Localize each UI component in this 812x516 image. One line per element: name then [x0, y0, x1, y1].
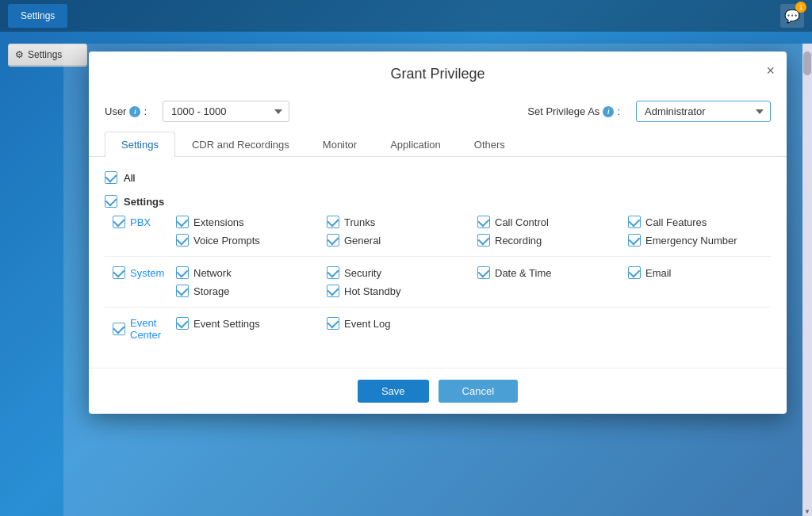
security-checkbox[interactable] [327, 266, 339, 279]
network-label: Network [193, 267, 232, 279]
tab-settings[interactable]: Settings [105, 132, 175, 157]
email-item: Email [628, 266, 771, 279]
hot-standby-item: Hot Standby [327, 285, 477, 297]
all-label: All [124, 172, 135, 184]
recording-item: Recording [477, 234, 628, 247]
notification-badge: 1 [795, 2, 806, 13]
scroll-down-arrow[interactable]: ▼ [803, 506, 811, 516]
voice-prompts-item: Voice Prompts [176, 234, 327, 247]
trunks-checkbox[interactable] [327, 216, 339, 228]
event-center-checkbox[interactable] [113, 323, 125, 335]
tab-application-label: Application [390, 139, 441, 151]
call-features-checkbox[interactable] [628, 216, 641, 228]
tab-others[interactable]: Others [458, 132, 522, 157]
pbx-checkbox[interactable] [113, 216, 125, 228]
event-log-checkbox[interactable] [327, 317, 339, 330]
network-checkbox[interactable] [176, 266, 189, 279]
modal-title: Grant Privilege [390, 66, 485, 82]
storage-checkbox[interactable] [176, 285, 189, 297]
tab-others-label: Others [474, 139, 505, 151]
taskbar-settings-item[interactable]: Settings [8, 4, 67, 28]
recording-label: Recording [495, 235, 542, 247]
settings-section-header: Settings [105, 195, 771, 208]
extensions-checkbox[interactable] [176, 216, 189, 228]
user-label: User i : [105, 105, 147, 117]
tab-monitor[interactable]: Monitor [306, 132, 373, 157]
event-log-label: Event Log [344, 318, 391, 330]
settings-section-title: Settings [124, 196, 164, 208]
hot-standby-label: Hot Standby [344, 285, 401, 297]
divider-2 [105, 307, 771, 308]
network-item: Network [176, 266, 327, 279]
taskbar: Settings 💬 1 [0, 0, 812, 32]
tab-settings-label: Settings [121, 139, 159, 151]
emergency-number-checkbox[interactable] [628, 234, 641, 247]
all-checkbox[interactable] [105, 171, 117, 184]
privilege-info-icon: i [603, 106, 614, 117]
settings-checkbox[interactable] [105, 195, 117, 208]
trunks-label: Trunks [344, 216, 375, 228]
tab-cdr[interactable]: CDR and Recordings [175, 132, 306, 157]
pbx-label[interactable]: PBX [130, 216, 151, 228]
save-button[interactable]: Save [358, 380, 429, 403]
event-center-label[interactable]: Event Center [130, 317, 176, 341]
voice-prompts-label: Voice Prompts [193, 235, 260, 247]
call-features-label: Call Features [645, 216, 707, 228]
tabs-bar: Settings CDR and Recordings Monitor Appl… [89, 132, 787, 157]
scrollbar-thumb[interactable] [803, 52, 811, 75]
emergency-number-item: Emergency Number [628, 234, 771, 247]
storage-label: Storage [193, 285, 230, 297]
event-settings-label: Event Settings [193, 318, 260, 330]
security-label: Security [344, 267, 381, 279]
user-info-icon: i [129, 106, 140, 117]
modal-backdrop: Grant Privilege × User i : 1000 - 1000 S… [63, 44, 812, 516]
modal-header: Grant Privilege × [89, 52, 787, 94]
all-row: All [105, 171, 771, 184]
privilege-label: Set Privilege As i : [527, 105, 620, 117]
user-row: User i : 1000 - 1000 Set Privilege As i … [89, 94, 787, 132]
general-checkbox[interactable] [327, 234, 339, 247]
tab-application[interactable]: Application [373, 132, 458, 157]
recording-checkbox[interactable] [477, 234, 490, 247]
date-time-item: Date & Time [477, 266, 628, 279]
cancel-button[interactable]: Cancel [439, 380, 518, 403]
settings-section: Settings PBX Extensions [105, 195, 771, 341]
system-label[interactable]: System [130, 267, 164, 279]
privilege-label-text: Set Privilege As [527, 105, 599, 117]
taskbar-settings-label: Settings [21, 10, 55, 21]
call-control-item: Call Control [477, 216, 628, 228]
email-label: Email [645, 267, 672, 279]
privilege-select[interactable]: Administrator [636, 101, 771, 122]
email-checkbox[interactable] [628, 266, 641, 279]
call-features-item: Call Features [628, 216, 771, 228]
date-time-label: Date & Time [495, 267, 552, 279]
user-select[interactable]: 1000 - 1000 [163, 101, 289, 122]
event-settings-item: Event Settings [176, 317, 327, 330]
security-item: Security [327, 266, 477, 279]
extensions-item: Extensions [176, 216, 327, 228]
modal-footer: Save Cancel [89, 368, 787, 414]
call-control-checkbox[interactable] [477, 216, 490, 228]
voice-prompts-checkbox[interactable] [176, 234, 189, 247]
settings-frame-title: Settings [28, 49, 62, 60]
grant-privilege-modal: Grant Privilege × User i : 1000 - 1000 S… [89, 52, 787, 414]
event-log-item: Event Log [327, 317, 477, 330]
chat-icon-wrapper[interactable]: 💬 1 [780, 4, 804, 28]
tab-monitor-label: Monitor [323, 139, 357, 151]
hot-standby-checkbox[interactable] [327, 285, 339, 297]
date-time-checkbox[interactable] [477, 266, 490, 279]
tab-cdr-label: CDR and Recordings [192, 139, 289, 151]
user-label-text: User [105, 105, 126, 117]
event-settings-checkbox[interactable] [176, 317, 189, 330]
emergency-number-label: Emergency Number [645, 235, 737, 247]
extensions-label: Extensions [193, 216, 244, 228]
storage-item: Storage [176, 285, 327, 297]
gear-icon: ⚙ [15, 49, 24, 60]
modal-body: All Settings PBX Ext [89, 157, 787, 368]
general-label: General [344, 235, 381, 247]
divider-1 [105, 256, 771, 257]
modal-close-button[interactable]: × [766, 63, 775, 78]
scrollbar[interactable]: ▼ [802, 44, 812, 516]
system-checkbox[interactable] [113, 266, 125, 279]
general-item: General [327, 234, 477, 247]
